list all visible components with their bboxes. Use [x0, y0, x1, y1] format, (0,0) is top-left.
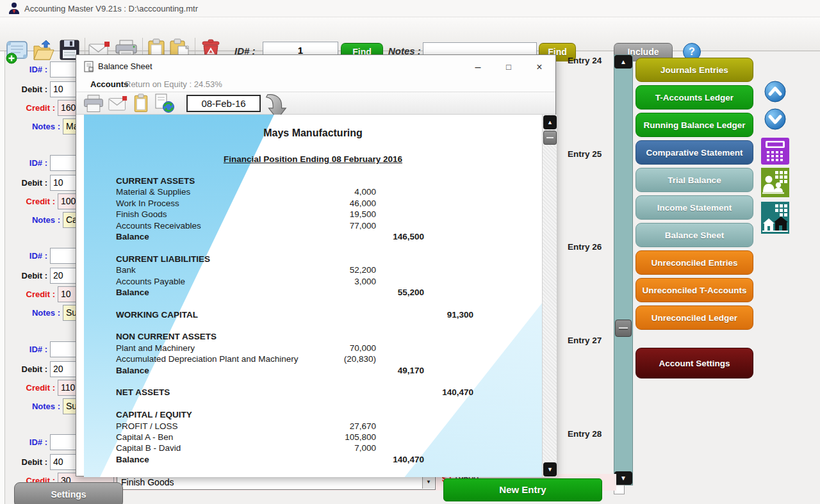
dialog-email-icon[interactable] — [108, 95, 127, 114]
report-row-label: CAPITAL / EQUITY — [116, 409, 318, 420]
report-row: Plant and Machinery 70,000 — [84, 343, 542, 354]
entry-debit-label: Debit : — [8, 271, 47, 280]
minimize-icon[interactable]: – — [463, 55, 493, 79]
report-amount-col2 — [376, 254, 424, 264]
scroll-entries-down-icon[interactable] — [764, 108, 787, 133]
report-row-label: CURRENT LIABILITIES — [116, 254, 318, 264]
entry-id-label: ID# : — [14, 65, 47, 74]
report-amount-col3 — [424, 421, 473, 432]
dialog-export-icon[interactable] — [154, 93, 175, 116]
entry-debit-label: Debit : — [8, 178, 47, 188]
entry-debit-label: Debit : — [8, 457, 47, 467]
report-row: NON CURRENT ASSETS — [84, 331, 542, 342]
report-row-label: CURRENT ASSETS — [116, 175, 318, 186]
maximize-icon[interactable]: □ — [494, 55, 523, 79]
chevron-down-icon[interactable]: ▼ — [422, 476, 434, 489]
report-row: Accounts Receivables 77,000 — [84, 220, 542, 231]
report-amount-col2 — [376, 209, 424, 220]
dialog-clipboard-icon[interactable] — [133, 93, 149, 116]
entry-id-label: ID# : — [14, 345, 47, 354]
report-row-label: Accounts Payable — [116, 276, 318, 287]
report-row-label: Balance — [116, 231, 318, 242]
report-amount-col2 — [376, 443, 424, 453]
dialog-titlebar[interactable]: Balance Sheet – □ × — [76, 55, 555, 79]
main-scrollbar-thumb[interactable] — [615, 320, 632, 337]
nav-button[interactable]: Unreconciled Entries — [636, 250, 753, 275]
app-logo-person-icon — [8, 2, 20, 17]
report-amount-col2 — [376, 376, 424, 387]
nav-button[interactable]: Account Settings — [636, 348, 753, 378]
report-row: Finish Goods 19,500 — [84, 209, 542, 220]
nav-button[interactable]: Unreconciled Ledger — [636, 305, 753, 330]
report-amount-col3 — [424, 198, 473, 209]
report-amount-col1 — [318, 387, 376, 398]
report-amount-col1 — [318, 320, 376, 331]
report-amount-col3 — [424, 409, 473, 420]
report-amount-col1: (20,830) — [318, 354, 376, 364]
report-row-label: Accumulated Depreciation Plant and Machi… — [116, 354, 318, 364]
calculator-icon[interactable] — [761, 138, 789, 167]
nav-button[interactable]: T-Accounts Ledger — [636, 85, 753, 110]
entry-id-label: ID# : — [14, 158, 47, 168]
report-amount-col1 — [318, 331, 376, 342]
report-amount-col1 — [318, 254, 376, 264]
report-row-label — [116, 320, 318, 331]
assets-houses-icon[interactable] — [761, 202, 789, 236]
entry-notes-label: Notes : — [8, 122, 60, 131]
report-amount-col2 — [376, 331, 424, 342]
scroll-up-icon[interactable]: ▲ — [614, 55, 632, 69]
report-row-label: Balance — [116, 454, 318, 465]
report-row-label: Material & Supplies — [116, 186, 318, 197]
nav-button[interactable]: Unreconciled T-Accounts — [636, 278, 753, 302]
report-amount-col2 — [376, 354, 424, 364]
entry-credit-label: Credit : — [8, 197, 55, 206]
scroll-entries-up-icon[interactable] — [764, 80, 787, 106]
nav-button[interactable]: Income Statement — [636, 195, 753, 220]
report-amount-col2 — [376, 175, 424, 186]
report-row-label — [116, 298, 318, 309]
nav-button[interactable]: Trial Balance — [636, 168, 753, 192]
nav-button[interactable]: Comparative Statement — [636, 140, 753, 165]
new-entry-button[interactable]: New Entry — [443, 478, 602, 501]
nav-button[interactable]: Running Balance Ledger — [636, 113, 753, 137]
window-title: Accounting Master V9.21s : D:\acccountin… — [24, 4, 198, 13]
settings-button[interactable]: Settings — [14, 482, 123, 504]
dialog-print-icon[interactable] — [83, 94, 104, 116]
report-subtitle: Financial Position Ending 08 February 20… — [84, 154, 542, 164]
report-amount-col2 — [376, 421, 424, 432]
window-titlebar: Accounting Master V9.21s : D:\acccountin… — [0, 0, 820, 17]
scroll-down-icon[interactable]: ▼ — [614, 471, 632, 485]
entry-debit-label: Debit : — [8, 364, 47, 374]
report-amount-col2 — [376, 242, 424, 253]
report-row-label: NON CURRENT ASSETS — [116, 331, 318, 342]
accounts-people-icon[interactable] — [761, 168, 789, 200]
report-row-label: PROFIT / LOSS — [116, 421, 318, 432]
entry-marker-column: Entry 24 Entry 25 Entry 26 Entry 27 Entr… — [568, 56, 606, 504]
report-row: Balance 146,500 — [84, 231, 542, 242]
report-row-label: NET ASSETS — [116, 387, 318, 398]
menu-accounts[interactable]: Accounts — [90, 79, 128, 89]
report-amount-col2 — [376, 309, 424, 320]
report-amount-col2: 49,170 — [376, 365, 424, 376]
nav-button[interactable]: Journals Entries — [636, 58, 753, 82]
nav-button[interactable]: Balance Sheet — [636, 223, 753, 247]
report-amount-col1: 19,500 — [318, 209, 376, 220]
scroll-down-icon[interactable]: ▼ — [543, 462, 557, 476]
document-scrollbar-thumb[interactable] — [543, 131, 557, 145]
report-amount-col3 — [424, 298, 473, 309]
report-amount-col1 — [318, 454, 376, 465]
close-icon[interactable]: × — [525, 55, 554, 79]
report-amount-col1: 77,000 — [318, 220, 376, 231]
main-scrollbar[interactable]: ▲ ▼ — [614, 54, 633, 485]
report-date-field[interactable]: 08-Feb-16 — [186, 95, 261, 112]
scroll-up-icon[interactable]: ▲ — [543, 115, 557, 129]
report-row-label: Balance — [116, 287, 318, 298]
report-row — [84, 242, 542, 253]
report-amount-col2 — [376, 276, 424, 287]
report-amount-col3 — [424, 443, 473, 453]
document-scrollbar[interactable]: ▲ ▼ — [542, 115, 557, 477]
report-amount-col1: 7,000 — [318, 443, 376, 453]
report-amount-col1: 4,000 — [318, 186, 376, 197]
entry-marker: Entry 28 — [568, 429, 606, 440]
report-amount-col2 — [376, 409, 424, 420]
